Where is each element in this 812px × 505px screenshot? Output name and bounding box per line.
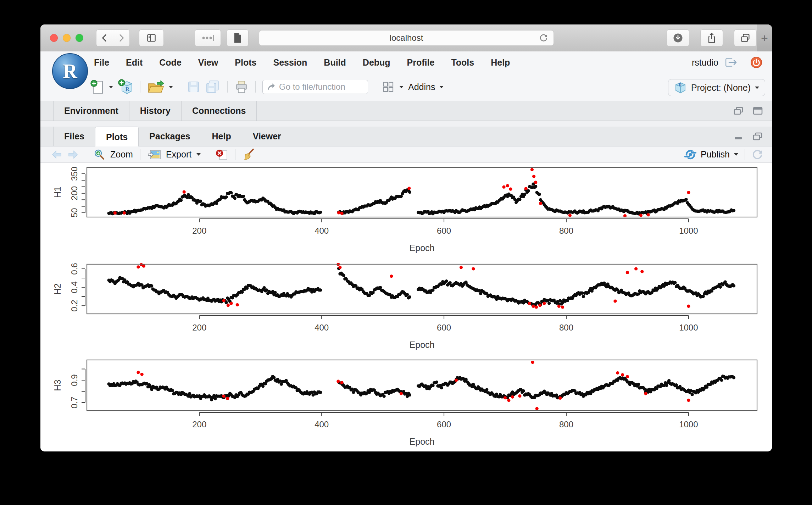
svg-text:0.6: 0.6	[69, 263, 79, 274]
next-plot-icon[interactable]	[67, 150, 79, 159]
publish-caret[interactable]	[734, 153, 738, 156]
menu-item-file[interactable]: File	[94, 57, 109, 68]
zoom-window-button[interactable]	[76, 34, 83, 42]
pane-divider[interactable]	[40, 121, 772, 127]
minimize-pane-icon[interactable]	[730, 129, 747, 144]
clear-all-plots-icon[interactable]	[243, 148, 255, 161]
menu-item-view[interactable]: View	[198, 57, 218, 68]
rstudio-toolbar: R	[90, 76, 444, 98]
tab-packages[interactable]: Packages	[139, 127, 201, 146]
reader-options-button[interactable]	[195, 29, 221, 46]
sidebar-icon	[146, 33, 157, 43]
tab-plots[interactable]: Plots	[95, 127, 139, 147]
menu-item-build[interactable]: Build	[324, 57, 346, 68]
pane-window-controls	[730, 104, 766, 118]
svg-text:1000: 1000	[679, 226, 698, 235]
menu-item-help[interactable]: Help	[491, 57, 510, 68]
tab-help[interactable]: Help	[201, 127, 242, 146]
forward-button[interactable]	[113, 30, 129, 46]
maximize-pane-icon[interactable]	[750, 104, 766, 118]
downloads-button[interactable]	[667, 29, 689, 46]
plus-icon: +	[761, 32, 768, 44]
restore-pane-icon[interactable]	[730, 104, 747, 118]
menu-item-tools[interactable]: Tools	[451, 57, 474, 68]
export-label[interactable]: Export	[166, 149, 191, 160]
menu-item-session[interactable]: Session	[273, 57, 307, 68]
panes-layout-caret[interactable]	[399, 86, 404, 88]
previous-plot-icon[interactable]	[51, 150, 62, 159]
publish-group: Publish	[684, 149, 763, 161]
svg-text:0.9: 0.9	[69, 374, 79, 386]
close-window-button[interactable]	[50, 34, 58, 42]
tab-connections[interactable]: Connections	[182, 101, 257, 121]
tab-files[interactable]: Files	[53, 127, 95, 146]
svg-text:1000: 1000	[679, 420, 698, 429]
svg-text:200: 200	[69, 186, 79, 200]
user-box: rstudio	[692, 54, 763, 71]
menu-item-code[interactable]: Code	[159, 57, 182, 68]
svg-text:800: 800	[559, 226, 573, 235]
open-file-icon[interactable]	[147, 79, 164, 94]
page-icon	[233, 33, 242, 43]
addins-dropdown[interactable]: Addins	[408, 82, 444, 92]
addins-caret	[439, 86, 444, 88]
minimize-window-button[interactable]	[63, 34, 71, 42]
username-label: rstudio	[692, 57, 718, 68]
share-icon	[707, 32, 717, 44]
save-icon[interactable]	[187, 80, 200, 94]
new-tab-button[interactable]: +	[757, 24, 772, 51]
sign-out-icon[interactable]	[724, 56, 738, 68]
chevron-left-icon	[100, 33, 109, 43]
refresh-plot-icon[interactable]	[751, 149, 763, 161]
url-text: localhost	[390, 33, 423, 43]
toolbar-separator	[227, 81, 228, 93]
svg-text:200: 200	[192, 323, 206, 332]
save-all-icon[interactable]	[205, 80, 221, 94]
menu-item-plots[interactable]: Plots	[235, 57, 256, 68]
new-file-icon[interactable]	[90, 79, 104, 95]
divider	[744, 56, 744, 68]
svg-text:1000: 1000	[679, 323, 698, 332]
project-selector[interactable]: R Project: (None)	[668, 79, 765, 96]
svg-text:H2: H2	[52, 283, 62, 295]
menu-item-debug[interactable]: Debug	[363, 57, 390, 68]
tab-viewer[interactable]: Viewer	[242, 127, 292, 146]
goto-placeholder: Go to file/function	[279, 82, 345, 92]
svg-text:600: 600	[437, 420, 451, 429]
toolbar-separator	[208, 149, 208, 160]
panes-layout-icon[interactable]	[382, 81, 395, 93]
remove-plot-icon[interactable]	[215, 149, 228, 161]
goto-file-function-input[interactable]: Go to file/function	[262, 80, 368, 94]
tab-environment[interactable]: Environment	[53, 101, 129, 121]
export-plot-icon[interactable]	[148, 149, 161, 160]
zoom-label[interactable]: Zoom	[110, 149, 133, 160]
export-caret[interactable]	[196, 153, 201, 156]
reload-icon[interactable]	[539, 33, 549, 43]
svg-text:H3: H3	[52, 380, 62, 391]
share-button[interactable]	[700, 29, 723, 46]
sidebar-toggle-button[interactable]	[139, 29, 164, 46]
restore-pane-icon[interactable]	[750, 129, 766, 144]
pane-window-controls	[730, 129, 766, 144]
new-project-icon[interactable]: R	[118, 79, 133, 95]
new-file-dropdown-caret[interactable]	[109, 86, 113, 88]
power-icon[interactable]	[750, 56, 763, 69]
zoom-plot-icon[interactable]	[93, 149, 105, 161]
toolbar-separator	[140, 81, 140, 93]
menu-item-edit[interactable]: Edit	[126, 57, 143, 68]
tab-history[interactable]: History	[129, 101, 182, 121]
menu-item-profile[interactable]: Profile	[407, 57, 435, 68]
ellipsis-bar-icon	[201, 34, 215, 42]
svg-text:Epoch: Epoch	[410, 243, 435, 253]
address-bar[interactable]: localhost	[259, 30, 554, 46]
back-button[interactable]	[96, 30, 113, 46]
open-file-dropdown-caret[interactable]	[169, 86, 173, 88]
svg-text:Epoch: Epoch	[410, 437, 435, 446]
new-page-button[interactable]	[227, 29, 249, 46]
svg-text:800: 800	[559, 323, 573, 332]
publish-label[interactable]: Publish	[701, 149, 730, 160]
svg-text:400: 400	[315, 226, 329, 235]
tab-overview-button[interactable]	[734, 29, 757, 46]
print-icon[interactable]	[234, 80, 249, 94]
plot-panel-h3: 2004006008001000Epoch0.70.9H3	[52, 360, 757, 446]
